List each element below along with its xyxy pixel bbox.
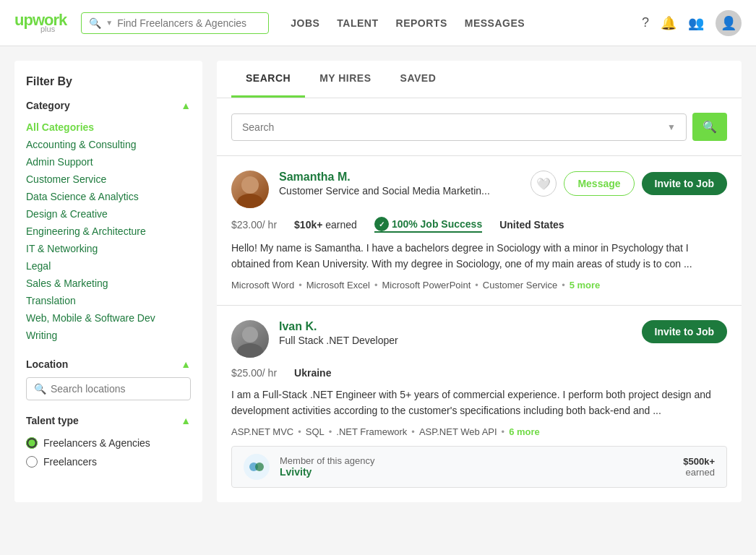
team-icon[interactable]: 👥 <box>688 15 704 31</box>
skill-ivan-3[interactable]: .NET Framework <box>336 426 407 437</box>
skill-ivan-2[interactable]: SQL <box>306 426 325 437</box>
tab-search[interactable]: SEARCH <box>231 61 305 98</box>
search-dropdown-arrow-icon[interactable]: ▼ <box>106 19 113 27</box>
agency-earned-label: earned <box>683 467 715 478</box>
category-item-design[interactable]: Design & Creative <box>26 205 191 223</box>
freelancer-name-ivan[interactable]: Ivan K. <box>279 320 632 333</box>
talent-type-filter: Talent type ▲ Freelancers & Agencies Fre… <box>26 415 191 471</box>
invite-button-samantha[interactable]: Invite to Job <box>642 172 727 195</box>
skills-more-samantha[interactable]: 5 more <box>570 280 601 291</box>
skill-dot-ivan-4: • <box>502 426 505 437</box>
main-search-input[interactable] <box>242 121 661 133</box>
card-stats-samantha: $23.00/ hr $10k+ earned ✓ 100% Job Succe… <box>231 217 727 233</box>
category-item-admin[interactable]: Admin Support <box>26 153 191 171</box>
heart-button-samantha[interactable]: 🤍 <box>531 171 557 197</box>
location-search-input[interactable] <box>51 383 183 395</box>
nav-reports[interactable]: REPORTS <box>396 17 447 29</box>
agency-earned-block: $500k+ earned <box>683 456 715 478</box>
category-list: All Categories Accounting & Consulting A… <box>26 119 191 344</box>
radio-label-freelancers: Freelancers <box>43 456 97 468</box>
skill-dot-4: • <box>562 280 565 291</box>
radio-option-all[interactable]: Freelancers & Agencies <box>26 434 191 452</box>
message-button-samantha[interactable]: Message <box>564 171 634 196</box>
nav-jobs[interactable]: JOBS <box>291 17 319 29</box>
header: upwork plus 🔍 ▼ JOBS TALENT REPORTS MESS… <box>0 0 756 46</box>
talent-type-chevron-icon[interactable]: ▲ <box>181 415 191 426</box>
svg-point-2 <box>242 327 258 343</box>
skill-ivan-1[interactable]: ASP.NET MVC <box>231 426 293 437</box>
nav-messages[interactable]: MESSAGES <box>465 17 525 29</box>
category-label: Category <box>26 100 70 111</box>
notification-icon[interactable]: 🔔 <box>661 15 676 31</box>
skill-ivan-4[interactable]: ASP.NET Web API <box>419 426 497 437</box>
category-item-all[interactable]: All Categories <box>26 119 191 136</box>
main-search-button[interactable]: 🔍 <box>692 113 727 141</box>
skill-dot-2: • <box>374 280 378 291</box>
invite-button-ivan[interactable]: Invite to Job <box>642 320 727 343</box>
svg-point-3 <box>237 343 263 358</box>
agency-earned-amount: $500k+ <box>683 456 715 467</box>
main-search-dropdown-icon[interactable]: ▼ <box>667 122 676 132</box>
freelancer-name-samantha[interactable]: Samantha M. <box>279 171 520 184</box>
category-item-web[interactable]: Web, Mobile & Software Dev <box>26 309 191 327</box>
skill-4[interactable]: Customer Service <box>483 280 557 291</box>
skill-dot-ivan-1: • <box>298 426 301 437</box>
tab-my-hires[interactable]: MY HIRES <box>305 61 385 98</box>
avatar-image-samantha <box>231 171 269 208</box>
header-search-input[interactable] <box>117 17 261 29</box>
agency-icon <box>244 454 270 480</box>
earned-samantha: $10k+ earned <box>294 219 357 231</box>
skill-2[interactable]: Microsoft Excel <box>306 280 370 291</box>
skills-more-ivan[interactable]: 6 more <box>509 426 540 437</box>
category-item-customer[interactable]: Customer Service <box>26 171 191 188</box>
location-search-icon: 🔍 <box>34 383 46 395</box>
agency-name-ivan[interactable]: Lvivity <box>280 466 375 478</box>
bio-ivan: I am a Full-Stack .NET Engineer with 5+ … <box>231 387 727 419</box>
sidebar-title: Filter By <box>26 75 191 88</box>
search-icon: 🔍 <box>89 17 101 29</box>
skill-1[interactable]: Microsoft Word <box>231 280 294 291</box>
category-chevron-icon[interactable]: ▲ <box>181 100 191 111</box>
main-search-bar[interactable]: ▼ <box>231 113 687 141</box>
user-avatar[interactable]: 👤 <box>716 10 742 36</box>
card-header-samantha: Samantha M. Customer Service and Social … <box>231 171 727 208</box>
category-item-engineering[interactable]: Engineering & Architecture <box>26 223 191 240</box>
category-item-writing[interactable]: Writing <box>26 327 191 344</box>
category-item-legal[interactable]: Legal <box>26 257 191 275</box>
help-icon[interactable]: ? <box>642 15 649 30</box>
category-item-it[interactable]: IT & Networking <box>26 240 191 257</box>
agency-banner-ivan: Member of this agency Lvivity $500k+ ear… <box>231 446 727 488</box>
location-search-bar[interactable]: 🔍 <box>26 377 191 400</box>
skill-dot-3: • <box>475 280 478 291</box>
radio-freelancers-only[interactable] <box>26 456 38 468</box>
card-stats-ivan: $25.00/ hr Ukraine <box>231 366 727 379</box>
freelancer-title-samantha: Customer Service and Social Media Market… <box>279 185 520 197</box>
location-ivan: Ukraine <box>294 367 331 379</box>
talent-type-options: Freelancers & Agencies Freelancers <box>26 434 191 471</box>
logo-plus-text: plus <box>40 25 55 33</box>
category-item-translation[interactable]: Translation <box>26 292 191 309</box>
radio-option-freelancers[interactable]: Freelancers <box>26 452 191 471</box>
talent-type-label: Talent type <box>26 415 79 426</box>
freelancer-card-ivan: Ivan K. Full Stack .NET Developer Invite… <box>217 305 742 502</box>
skill-3[interactable]: Microsoft PowerPoint <box>382 280 471 291</box>
location-chevron-icon[interactable]: ▲ <box>181 358 191 370</box>
category-item-data[interactable]: Data Science & Analytics <box>26 188 191 205</box>
category-item-accounting[interactable]: Accounting & Consulting <box>26 136 191 153</box>
card-actions-ivan: Invite to Job <box>642 320 727 343</box>
category-item-sales[interactable]: Sales & Marketing <box>26 275 191 292</box>
skills-ivan: ASP.NET MVC • SQL • .NET Framework • ASP… <box>231 426 727 437</box>
avatar-image-ivan <box>231 320 269 358</box>
tabs: SEARCH MY HIRES SAVED <box>217 61 742 98</box>
location-samantha: United States <box>499 219 564 231</box>
location-label: Location <box>26 358 68 370</box>
header-search-bar[interactable]: 🔍 ▼ <box>81 12 269 34</box>
radio-freelancers-agencies[interactable] <box>26 437 38 449</box>
card-info-samantha: Samantha M. Customer Service and Social … <box>279 171 520 197</box>
card-info-ivan: Ivan K. Full Stack .NET Developer <box>279 320 632 346</box>
category-filter-header: Category ▲ <box>26 100 191 111</box>
search-row: ▼ 🔍 <box>217 98 742 155</box>
nav-talent[interactable]: TALENT <box>337 17 378 29</box>
tab-saved[interactable]: SAVED <box>386 61 451 98</box>
logo[interactable]: upwork plus <box>14 12 66 33</box>
